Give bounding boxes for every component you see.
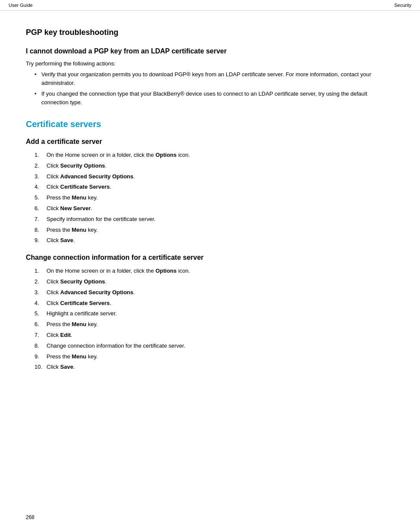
step-number: 1. <box>34 151 47 160</box>
step-number: 8. <box>34 342 47 351</box>
step-text: Click Save. <box>47 236 394 245</box>
change-connection-steps: 1. On the Home screen or in a folder, cl… <box>34 267 394 372</box>
list-item: 4. Click Certificate Servers. <box>34 183 394 192</box>
list-item: 8. Change connection information for the… <box>34 342 394 351</box>
step-text: Press the Menu key. <box>47 352 394 361</box>
step-number: 7. <box>34 215 47 224</box>
step-number: 9. <box>34 236 47 245</box>
step-text: Click Advanced Security Options. <box>47 172 394 181</box>
list-item: 2. Click Security Options. <box>34 277 394 286</box>
bold-text: Options <box>156 268 177 274</box>
list-item: 5. Press the Menu key. <box>34 193 394 202</box>
step-text: Specify information for the certificate … <box>47 215 394 224</box>
list-item: 2. Click Security Options. <box>34 162 394 171</box>
page-number: 268 <box>26 514 34 520</box>
list-item: 9. Click Save. <box>34 236 394 245</box>
step-number: 5. <box>34 309 47 318</box>
step-number: 8. <box>34 226 47 235</box>
bold-text: New Server <box>60 205 91 212</box>
list-item: 6. Press the Menu key. <box>34 320 394 329</box>
step-number: 2. <box>34 162 47 171</box>
list-item: 10. Click Save. <box>34 363 394 372</box>
bold-text: Certificate Servers <box>60 184 110 190</box>
page-footer: 268 <box>26 514 34 520</box>
bold-text: Edit <box>60 332 71 338</box>
list-item: 3. Click Advanced Security Options. <box>34 288 394 297</box>
step-text: Press the Menu key. <box>47 226 394 235</box>
step-text: Click Certificate Servers. <box>47 299 394 308</box>
step-number: 5. <box>34 193 47 202</box>
pgp-subsection-title: I cannot download a PGP key from an LDAP… <box>26 47 394 55</box>
step-number: 3. <box>34 288 47 297</box>
list-item: 4. Click Certificate Servers. <box>34 299 394 308</box>
bold-text: Save <box>60 364 73 370</box>
bold-text: Menu <box>72 227 87 233</box>
change-connection-title: Change connection information for a cert… <box>26 254 394 261</box>
list-item: 7. Click Edit. <box>34 331 394 340</box>
list-item: 1. On the Home screen or in a folder, cl… <box>34 267 394 276</box>
list-item: 1. On the Home screen or in a folder, cl… <box>34 151 394 160</box>
add-server-steps: 1. On the Home screen or in a folder, cl… <box>34 151 394 245</box>
step-text: On the Home screen or in a folder, click… <box>47 267 394 276</box>
step-number: 6. <box>34 320 47 329</box>
step-text: Click Certificate Servers. <box>47 183 394 192</box>
bold-text: Save <box>60 237 73 243</box>
step-text: Click Advanced Security Options. <box>47 288 394 297</box>
step-text: Click New Server. <box>47 204 394 213</box>
header-left-label: User Guide <box>9 3 33 8</box>
step-text: Click Save. <box>47 363 394 372</box>
step-number: 6. <box>34 204 47 213</box>
list-item: 9. Press the Menu key. <box>34 352 394 361</box>
pgp-section-title: PGP key troubleshooting <box>26 28 394 37</box>
step-number: 1. <box>34 267 47 276</box>
list-item: 3. Click Advanced Security Options. <box>34 172 394 181</box>
step-number: 7. <box>34 331 47 340</box>
list-item: 5. Highlight a certificate server. <box>34 309 394 318</box>
step-text: Change connection information for the ce… <box>47 342 394 351</box>
bold-text: Advanced Security Options <box>60 289 134 296</box>
bold-text: Advanced Security Options <box>60 173 134 180</box>
step-text: Press the Menu key. <box>47 320 394 329</box>
step-text: Click Security Options. <box>47 162 394 171</box>
step-number: 4. <box>34 183 47 192</box>
bold-text: Options <box>156 152 177 158</box>
step-number: 9. <box>34 352 47 361</box>
bold-text: Menu <box>72 194 87 201</box>
bold-text: Certificate Servers <box>60 300 110 306</box>
pgp-bullet-list: Verify that your organization permits yo… <box>34 70 394 106</box>
list-item: Verify that your organization permits yo… <box>34 70 394 87</box>
cert-servers-section-title: Certificate servers <box>26 119 394 129</box>
step-text: Click Security Options. <box>47 277 394 286</box>
step-number: 2. <box>34 277 47 286</box>
list-item: 6. Click New Server. <box>34 204 394 213</box>
list-item: If you changed the connection type that … <box>34 90 394 106</box>
step-text: On the Home screen or in a folder, click… <box>47 151 394 160</box>
step-number: 3. <box>34 172 47 181</box>
header-right-label: Security <box>394 3 411 8</box>
list-item: 7. Specify information for the certifica… <box>34 215 394 224</box>
bold-text: Security Options <box>60 162 105 169</box>
step-number: 4. <box>34 299 47 308</box>
step-text: Press the Menu key. <box>47 193 394 202</box>
bold-text: Menu <box>72 353 87 360</box>
step-number: 10. <box>34 363 47 372</box>
step-text: Click Edit. <box>47 331 394 340</box>
list-item: 8. Press the Menu key. <box>34 226 394 235</box>
step-text: Highlight a certificate server. <box>47 309 394 318</box>
bold-text: Menu <box>72 321 87 327</box>
bold-text: Security Options <box>60 278 105 285</box>
add-server-title: Add a certificate server <box>26 138 394 146</box>
pgp-intro-text: Try performing the following actions: <box>26 60 394 67</box>
